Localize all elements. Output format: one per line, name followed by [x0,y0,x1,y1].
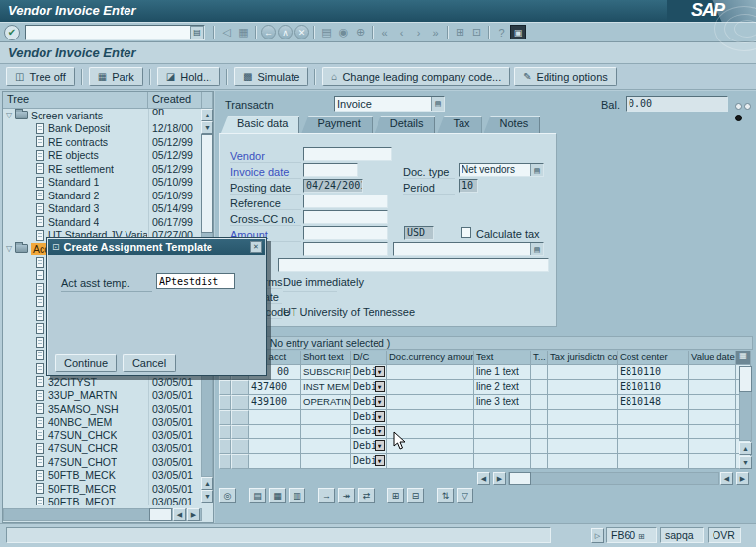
cross-cc-input[interactable] [303,210,388,224]
status-system-cell[interactable]: sapqa [660,527,704,543]
park-button[interactable]: ▦Park [89,67,143,86]
tree-folder-screen-variants[interactable]: ▽Screen variants [3,109,202,122]
row-button-cell[interactable] [231,380,249,395]
cell-text[interactable] [474,410,531,425]
row-button-cell[interactable] [231,425,249,439]
tree-item[interactable]: 47SUN_CHCK03/05/01 [3,429,202,442]
change-company-code-button[interactable]: ⌂Change leading company code... [322,67,510,86]
cell-text[interactable] [474,439,531,454]
cell-amount[interactable] [387,395,474,410]
row-button-cell[interactable] [231,395,249,410]
prev-page-button[interactable]: ‹ [393,24,410,40]
dc-dropdown-icon[interactable]: ▼ [375,366,385,377]
cell-t[interactable] [531,454,548,469]
cell-gl-acct[interactable] [249,425,301,439]
hold-button[interactable]: ◪Hold... [157,67,220,86]
sort-button[interactable]: ⇅ [437,488,454,503]
simulate-button[interactable]: ▩Simulate [234,67,308,86]
cell-tax-jur[interactable] [548,365,618,380]
doc-type-combo-icon[interactable]: ▤ [530,164,543,176]
cell-value-date[interactable] [689,454,736,469]
col-header-cost-center[interactable]: Cost center [618,351,689,365]
dialog-title-bar[interactable]: ⊡ Create Assignment Template ✕ [48,239,265,255]
cell-dc[interactable]: Debit▼ [351,365,387,380]
cell-cost-center[interactable]: E810148 [618,395,689,410]
tab-notes[interactable]: Notes [484,116,541,133]
continue-button[interactable]: Continue [55,354,117,372]
cell-value-date[interactable] [689,410,736,425]
tree-item[interactable]: Standard 406/17/99 [3,215,202,229]
cell-short-text[interactable] [301,439,351,454]
posting-date-field[interactable]: 04/24/2001 [303,179,363,193]
cancel-button[interactable]: Cancel [123,354,176,372]
cell-value-date[interactable] [689,439,736,454]
tree-item[interactable]: Standard 105/10/99 [3,176,202,190]
cell-value-date[interactable] [689,380,736,395]
tree-item[interactable]: Standard 205/10/99 [3,189,202,202]
tree-item[interactable]: 32CITYST03/05/01 [3,375,202,389]
status-transaction-cell[interactable]: FB60 ⊞ [606,527,657,543]
tab-tax[interactable]: Tax [437,116,481,133]
tab-basic-data[interactable]: Basic data [221,116,299,133]
col-header-amount[interactable]: Doc.currency amount [387,351,474,365]
cell-tax-jur[interactable] [548,395,618,410]
tab-payment[interactable]: Payment [301,116,372,133]
tree-item[interactable]: RE contracts05/12/99 [3,135,202,149]
expand-icon[interactable]: ▽ [3,111,15,119]
cell-t[interactable] [531,439,548,454]
tree-item[interactable]: 50FTB_MEOT03/05/01 [3,496,202,506]
currency-field[interactable]: USD [404,226,434,240]
status-expand-button[interactable]: ▷ [591,528,604,543]
tree-scroll-right-button[interactable]: ▶ [187,508,200,521]
cell-text[interactable]: line 2 text [474,380,531,395]
tree-scroll-left-button[interactable]: ◀ [173,508,186,521]
tax-amount-input[interactable] [303,242,388,256]
tab-details[interactable]: Details [375,116,436,133]
table-scroll-right-button[interactable]: ▶ [493,472,506,485]
command-history-icon[interactable]: ▤ [190,26,204,39]
col-header-dc[interactable]: D/C [351,351,387,365]
cell-t[interactable] [531,380,548,395]
tree-off-button[interactable]: ◫Tree off [6,67,75,86]
tree-item[interactable]: 35AMSO_NSH03/05/01 [3,402,202,416]
cell-dc[interactable]: Debit▼ [351,454,387,469]
insert-row-button[interactable]: → [318,488,335,503]
tax-code-combo-icon[interactable]: ▤ [530,243,543,255]
invoice-date-input[interactable] [303,163,358,177]
filter-button[interactable]: ▽ [457,488,473,503]
cell-tax-jur[interactable] [548,425,618,439]
cell-dc[interactable]: Debit▼ [351,395,387,410]
cell-value-date[interactable] [689,365,736,380]
exit-back-button[interactable]: ← [261,25,276,39]
cell-value-date[interactable] [689,395,736,410]
item-overview-button[interactable]: ▦ [269,488,286,503]
cell-short-text[interactable]: SUBSCRIP.. [301,365,351,380]
copy-row-button[interactable]: ⊞ [387,488,404,503]
act-asst-temp-input[interactable] [156,274,235,289]
new-session-button[interactable]: ⊞ [452,24,468,40]
cell-short-text[interactable] [301,425,351,439]
tree-item[interactable]: 47SUN_CHOT03/05/01 [3,455,202,469]
status-mode-cell[interactable]: OVR [708,527,741,543]
row-select-cell[interactable] [219,410,231,425]
cancel-button[interactable]: ✕ [294,25,309,39]
tree-item[interactable]: RE objects05/12/99 [3,149,202,163]
editing-options-button[interactable]: ✎Editing options [514,67,617,86]
cell-gl-acct[interactable] [249,454,301,469]
cell-t[interactable] [531,410,548,425]
tree-item[interactable]: 50FTB_MECK03/05/01 [3,469,202,483]
tree-scroll-up-button[interactable]: ▲ [201,477,213,490]
table-scroll-down-button[interactable]: ▼ [739,456,752,469]
cell-amount[interactable] [387,410,474,425]
dc-dropdown-icon[interactable]: ▼ [375,396,385,407]
display-items-button[interactable]: ▤ [249,488,266,503]
help-button[interactable]: ? [493,24,510,40]
cell-text[interactable] [474,454,531,469]
last-page-button[interactable]: » [427,24,444,40]
tree-item[interactable]: Standard 305/14/99 [3,202,202,216]
dc-dropdown-icon[interactable]: ▼ [375,440,385,451]
find-button[interactable]: ◉ [335,24,352,40]
text-input[interactable] [278,258,549,272]
cell-cost-center[interactable] [618,410,689,425]
cell-cost-center[interactable]: E810110 [618,380,689,395]
